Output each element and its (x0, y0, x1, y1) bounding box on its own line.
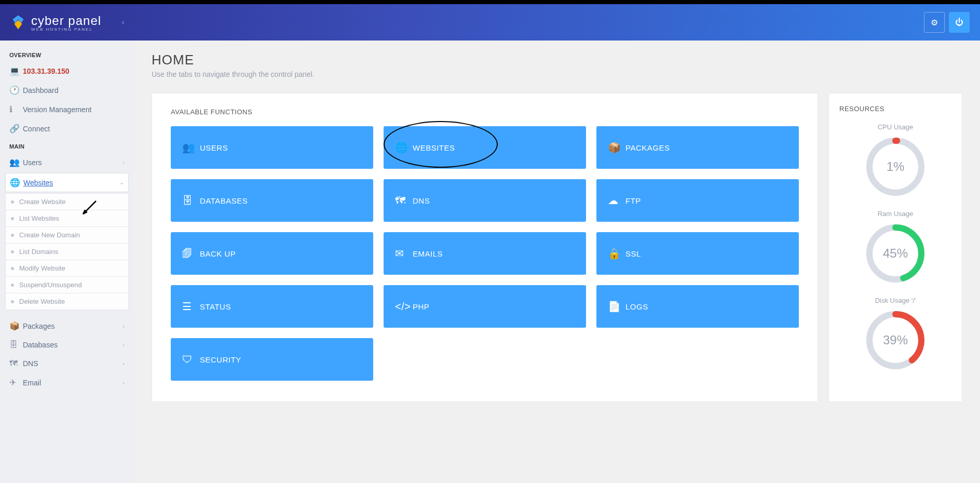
packages-icon: 📦 (608, 141, 625, 154)
chevron-right-icon: › (122, 342, 125, 348)
dns-icon: 🗺 (9, 359, 23, 368)
database-icon: 🗄 (9, 340, 23, 350)
dashboard-icon: 🕐 (9, 85, 23, 95)
resources-card: RESOURCES CPU Usage 1% Ram Usage 45% Dis… (828, 93, 962, 402)
bullet-icon (11, 267, 14, 270)
nav-heading-overview: OVERVIEW (0, 47, 134, 61)
bullet-icon (11, 200, 14, 204)
logo-icon (10, 15, 26, 30)
email-icon: ✈ (9, 378, 23, 387)
bullet-icon (11, 250, 14, 253)
tile-logs[interactable]: 📄LOGS (596, 285, 799, 328)
sidebar-item-email[interactable]: ✈Email› (0, 373, 134, 392)
shield-icon: 🛡 (182, 354, 200, 366)
subnav-modify-website[interactable]: Modify Website (5, 260, 129, 277)
users-icon: 👥 (182, 141, 200, 154)
sidebar-item-connect[interactable]: 🔗Connect (0, 119, 134, 138)
chevron-down-icon: ⌄ (119, 179, 124, 186)
subnav-create-domain[interactable]: Create New Domain (5, 227, 129, 244)
tile-users[interactable]: 👥USERS (171, 126, 373, 169)
tile-ftp[interactable]: ☁FTP (596, 179, 799, 222)
tile-emails[interactable]: ✉EMAILS (384, 232, 586, 275)
sidebar-item-dashboard[interactable]: 🕐Dashboard (0, 81, 134, 100)
subnav-create-website[interactable]: Create Website (5, 193, 129, 210)
sidebar-item-databases[interactable]: 🗄Databases› (0, 336, 134, 354)
envelope-icon: ✉ (395, 247, 413, 260)
websites-submenu: Create Website List Websites Create New … (5, 193, 129, 310)
logo-text: cyber panel (31, 14, 101, 28)
tile-websites[interactable]: 🌐WEBSITES (384, 126, 586, 169)
tile-status[interactable]: ☰STATUS (171, 285, 373, 328)
chevron-right-icon: › (122, 360, 125, 367)
nav-heading-main: MAIN (0, 138, 134, 153)
tile-databases[interactable]: 🗄DATABASES (171, 179, 373, 222)
page-subtitle: Use the tabs to navigate through the con… (152, 70, 962, 78)
globe-icon: 🌐 (10, 178, 23, 187)
main-content: HOME Use the tabs to navigate through th… (134, 41, 980, 483)
tile-backup[interactable]: 🗐BACK UP (171, 232, 373, 275)
file-icon: 📄 (608, 300, 625, 313)
bullet-icon (11, 234, 14, 237)
subnav-suspend[interactable]: Suspend/Unsuspend (5, 277, 129, 293)
server-icon: ☰ (182, 300, 200, 313)
tile-security[interactable]: 🛡SECURITY (171, 338, 373, 381)
gear-icon: ⚙ (931, 18, 938, 28)
users-icon: 👥 (9, 157, 23, 167)
link-icon: 🔗 (9, 124, 23, 133)
packages-icon: 📦 (9, 321, 23, 331)
power-button[interactable]: ⏻ (949, 12, 970, 33)
functions-heading: AVAILABLE FUNCTIONS (171, 108, 799, 116)
resources-heading: RESOURCES (839, 105, 951, 113)
code-icon: </> (395, 301, 413, 313)
subnav-list-websites[interactable]: List Websites (5, 210, 129, 227)
logo[interactable]: cyber panel WEB HOSTING PANEL (10, 14, 101, 32)
tile-packages[interactable]: 📦PACKAGES (596, 126, 799, 169)
settings-button[interactable]: ⚙ (924, 12, 945, 33)
globe-icon: 🌐 (395, 141, 413, 154)
chevron-right-icon: › (122, 380, 125, 386)
tile-ssl[interactable]: 🔒SSL (596, 232, 799, 275)
sidebar-item-websites[interactable]: 🌐Websites⌄ (5, 173, 129, 192)
gauge-disk: Disk Usage '/' 39% (839, 297, 951, 371)
gauge-ram: Ram Usage 45% (839, 210, 951, 284)
bullet-icon (11, 284, 14, 287)
copy-icon: 🗐 (182, 248, 200, 260)
sidebar-item-users[interactable]: 👥Users› (0, 153, 134, 172)
gauge-cpu-value: 1% (887, 159, 905, 174)
header-bar: cyber panel WEB HOSTING PANEL ‹ ⚙ ⏻ (0, 0, 980, 41)
subnav-delete-website[interactable]: Delete Website (5, 293, 129, 310)
sidebar-item-ip[interactable]: 💻103.31.39.150 (0, 61, 134, 81)
database-icon: 🗄 (182, 195, 200, 207)
bullet-icon (11, 217, 14, 220)
laptop-icon: 💻 (9, 66, 23, 76)
tile-dns[interactable]: 🗺DNS (384, 179, 586, 222)
gauge-disk-value: 39% (883, 333, 908, 347)
lock-icon: 🔒 (608, 247, 625, 260)
gauge-cpu: CPU Usage 1% (839, 123, 951, 197)
sidebar-collapse-button[interactable]: ‹ (122, 19, 124, 26)
sidebar-item-version[interactable]: ℹVersion Management (0, 100, 134, 119)
logo-tagline: WEB HOSTING PANEL (31, 27, 101, 32)
chevron-right-icon: › (122, 159, 125, 166)
bullet-icon (11, 300, 14, 303)
sidebar: OVERVIEW 💻103.31.39.150 🕐Dashboard ℹVers… (0, 41, 134, 483)
cloud-upload-icon: ☁ (608, 194, 625, 207)
gauge-ram-value: 45% (883, 246, 908, 261)
functions-card: AVAILABLE FUNCTIONS 👥USERS 🌐WEBSITES 📦PA… (152, 93, 818, 402)
info-icon: ℹ (9, 104, 23, 114)
tile-php[interactable]: </>PHP (384, 285, 586, 328)
chevron-right-icon: › (122, 323, 125, 329)
subnav-list-domains[interactable]: List Domains (5, 244, 129, 260)
sidebar-item-dns[interactable]: 🗺DNS› (0, 354, 134, 373)
sidebar-item-packages[interactable]: 📦Packages› (0, 316, 134, 336)
sitemap-icon: 🗺 (395, 195, 413, 207)
page-title: HOME (152, 52, 962, 68)
power-icon: ⏻ (955, 18, 963, 27)
